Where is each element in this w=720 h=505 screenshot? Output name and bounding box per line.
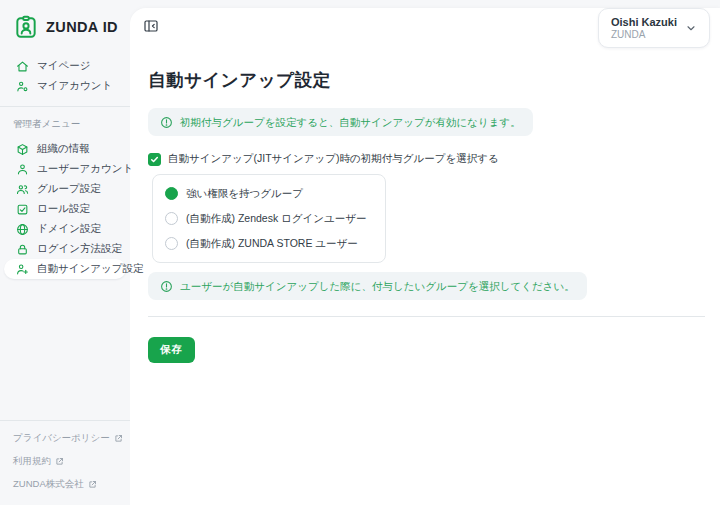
sidebar-item-auto-signup[interactable]: 自動サインアップ設定 — [4, 259, 126, 279]
sidebar-item-label: ロール設定 — [37, 202, 90, 216]
user-name: Oishi Kazuki — [611, 15, 677, 29]
sidebar-item-user-accounts[interactable]: ユーザーアカウント — [4, 159, 126, 179]
radio-option-label: (自動作成) Zendesk ログインユーザー — [186, 212, 367, 226]
footer-link-label: ZUNDA株式会社 — [13, 478, 84, 491]
external-link-icon — [88, 480, 97, 489]
info-banner-bottom: ユーザーが自動サインアップした際に、付与したいグループを選択してください。 — [148, 272, 587, 300]
external-link-icon — [55, 457, 64, 466]
save-button[interactable]: 保存 — [148, 337, 195, 363]
sidebar-item-organization[interactable]: 組織の情報 — [4, 139, 126, 159]
group-radio-box: 強い権限を持つグループ (自動作成) Zendesk ログインユーザー (自動作… — [152, 174, 386, 263]
radio-button[interactable] — [165, 237, 178, 250]
brand-name: ZUNDA ID — [46, 19, 118, 35]
user-org: ZUNDA — [611, 29, 677, 41]
radio-button[interactable] — [165, 212, 178, 225]
radio-option-3[interactable]: (自動作成) ZUNDA STORE ユーザー — [165, 231, 367, 256]
sidebar-item-label: マイページ — [37, 59, 90, 73]
footer-link-label: プライバシーポリシー — [13, 432, 110, 445]
info-icon — [160, 116, 173, 129]
sidebar-item-domain-settings[interactable]: ドメイン設定 — [4, 219, 126, 239]
radio-option-label: (自動作成) ZUNDA STORE ユーザー — [186, 237, 358, 251]
user-menu: マイページ マイアカウント — [0, 56, 130, 96]
panel-collapse-icon — [143, 18, 159, 34]
page-title: 自動サインアップ設定 — [148, 68, 720, 92]
admin-menu-label: 管理者メニュー — [0, 107, 130, 139]
user-icon — [16, 163, 29, 176]
info-icon — [160, 280, 173, 293]
id-badge-icon — [13, 14, 39, 40]
privacy-policy-link[interactable]: プライバシーポリシー — [0, 427, 130, 450]
radio-button[interactable] — [165, 187, 178, 200]
sidebar-item-label: ドメイン設定 — [37, 222, 101, 236]
sidebar-item-label: 自動サインアップ設定 — [37, 262, 143, 276]
company-link[interactable]: ZUNDA株式会社 — [0, 473, 130, 505]
radio-option-label: 強い権限を持つグループ — [186, 187, 303, 201]
account-icon — [16, 80, 29, 93]
main-panel: 自動サインアップ設定 初期付与グループを設定すると、自動サインアップが有効になり… — [130, 8, 720, 505]
user-plus-icon — [16, 263, 29, 276]
sidebar-item-label: グループ設定 — [37, 182, 101, 196]
radio-option-2[interactable]: (自動作成) Zendesk ログインユーザー — [165, 206, 367, 231]
chevron-down-icon — [685, 22, 697, 34]
sidebar-item-label: ログイン方法設定 — [37, 242, 122, 256]
jit-signup-checkbox-row[interactable]: 自動サインアップ(JITサインアップ)時の初期付与グループを選択する — [148, 152, 720, 166]
sidebar-item-mypage[interactable]: マイページ — [4, 56, 126, 76]
admin-menu: 組織の情報 ユーザーアカウント グループ設定 — [0, 139, 130, 279]
terms-link[interactable]: 利用規約 — [0, 450, 130, 473]
sidebar: ZUNDA ID マイページ マイアカウント 管理者メニュー — [0, 0, 130, 505]
check-icon — [150, 155, 159, 164]
footer-link-label: 利用規約 — [13, 455, 51, 468]
sidebar-item-role-settings[interactable]: ロール設定 — [4, 199, 126, 219]
sidebar-footer: プライバシーポリシー 利用規約 ZUNDA株式会社 — [0, 410, 130, 505]
external-link-icon — [114, 434, 123, 443]
sidebar-item-login-method[interactable]: ログイン方法設定 — [4, 239, 126, 259]
jit-signup-checkbox-label: 自動サインアップ(JITサインアップ)時の初期付与グループを選択する — [168, 152, 499, 166]
globe-icon — [16, 223, 29, 236]
user-menu-dropdown[interactable]: Oishi Kazuki ZUNDA — [598, 8, 710, 48]
sidebar-footer-divider — [0, 420, 130, 421]
lock-icon — [16, 243, 29, 256]
sidebar-item-group-settings[interactable]: グループ設定 — [4, 179, 126, 199]
user-info: Oishi Kazuki ZUNDA — [611, 15, 677, 41]
jit-signup-checkbox[interactable] — [148, 153, 161, 166]
sidebar-item-label: ユーザーアカウント — [37, 162, 133, 176]
sidebar-item-label: マイアカウント — [37, 79, 112, 93]
content-divider — [148, 316, 705, 317]
sidebar-item-label: 組織の情報 — [37, 142, 90, 156]
info-banner-text: ユーザーが自動サインアップした際に、付与したいグループを選択してください。 — [180, 279, 575, 293]
radio-option-1[interactable]: 強い権限を持つグループ — [165, 181, 367, 206]
sidebar-item-myaccount[interactable]: マイアカウント — [4, 76, 126, 96]
organization-icon — [16, 143, 29, 156]
role-check-icon — [16, 203, 29, 216]
group-icon — [16, 183, 29, 196]
info-banner-text: 初期付与グループを設定すると、自動サインアップが有効になります。 — [180, 115, 521, 129]
home-icon — [16, 60, 29, 73]
brand-logo: ZUNDA ID — [0, 0, 130, 56]
info-banner-top: 初期付与グループを設定すると、自動サインアップが有効になります。 — [148, 108, 533, 136]
sidebar-collapse-button[interactable] — [143, 18, 159, 34]
